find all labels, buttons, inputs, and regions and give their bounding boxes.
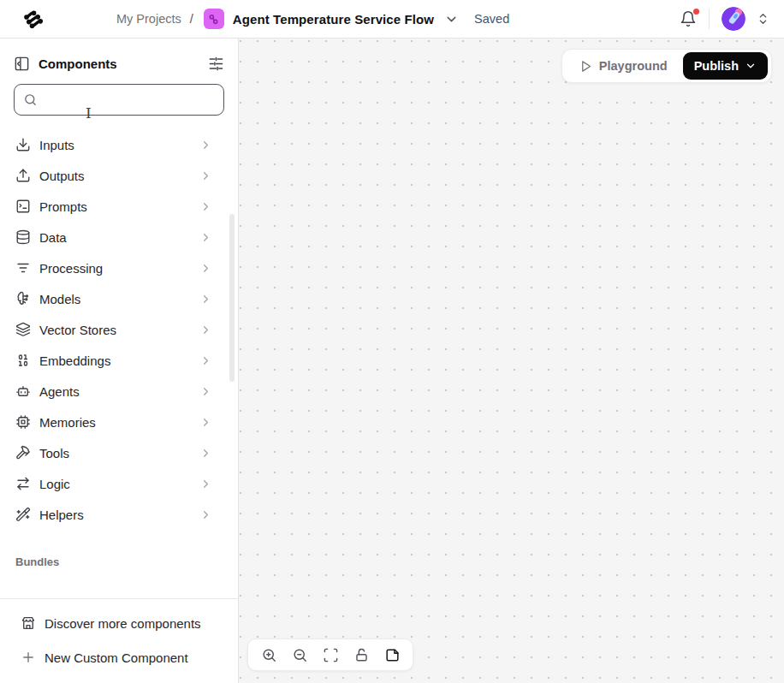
sliders-filter-icon[interactable] [208,56,224,72]
sidebar-item-logic[interactable]: Logic [0,468,238,499]
sidebar-item-data[interactable]: Data [0,222,238,252]
play-icon [579,60,592,73]
breadcrumb: My Projects / Agent Temperature Service … [116,9,509,29]
zoom-in-icon [261,647,277,663]
discover-more-components-label: Discover more components [45,616,201,631]
bot-icon [15,383,31,399]
breadcrumb-separator: / [190,12,193,26]
search-input[interactable] [45,93,215,107]
sidebar-item-embeddings[interactable]: Embeddings [0,345,238,376]
sidebar-item-outputs[interactable]: Outputs [0,160,238,191]
discover-more-components-button[interactable]: Discover more components [0,606,238,640]
chevron-right-icon [199,478,212,490]
sidebar-title: Components [39,56,199,71]
flow-icon [204,9,224,29]
sidebar-item-inputs[interactable]: Inputs [0,129,238,160]
sidebar-item-agents[interactable]: Agents [0,376,238,407]
fit-view-button[interactable] [317,642,344,668]
arrow-right-left-icon [15,476,31,491]
list-filter-icon [15,260,31,276]
brain-circuit-icon [15,291,31,306]
search-wrap [14,84,224,116]
zoom-out-icon [292,647,308,663]
publish-label: Publish [694,59,739,73]
lock-button[interactable] [347,642,375,668]
chevron-right-icon [199,293,212,306]
sidebar-item-models[interactable]: Models [0,283,238,314]
new-custom-component-button[interactable]: New Custom Component [0,640,238,674]
components-sidebar: Components [0,39,239,683]
sidebar-scrollbar[interactable] [229,214,235,382]
sidebar-item-helpers[interactable]: Helpers [0,499,238,530]
avatar[interactable] [722,7,745,31]
sidebar-item-processing[interactable]: Processing [0,252,238,283]
chevron-right-icon [199,200,212,213]
sidebar-item-label: Embeddings [39,353,199,368]
sidebar-item-label: Processing [39,261,199,276]
header-divider [709,9,710,29]
sidebar-item-label: Helpers [39,508,199,522]
flow-menu-chevron-icon[interactable] [444,12,459,27]
sidebar-item-memories[interactable]: Memories [0,407,238,437]
collapse-sidebar-icon[interactable] [14,56,30,72]
add-note-button[interactable] [378,642,406,668]
top-bar: My Projects / Agent Temperature Service … [0,0,784,39]
search-box[interactable] [14,84,224,116]
zoom-out-button[interactable] [286,642,313,668]
chevron-right-icon [199,354,212,367]
cpu-icon [15,414,31,430]
sidebar-item-label: Logic [39,477,199,491]
sidebar-footer: Discover more components New Custom Comp… [0,598,238,683]
playground-label: Playground [599,59,668,73]
save-status: Saved [474,12,509,26]
fit-view-icon [323,647,339,663]
chevron-right-icon [199,324,212,336]
chevron-right-icon [199,169,212,182]
flow-actions-card: Playground Publish [561,49,772,83]
sidebar-item-label: Prompts [39,199,199,214]
zoom-in-button[interactable] [255,642,282,668]
app-root: My Projects / Agent Temperature Service … [0,0,784,683]
chevron-right-icon [199,139,212,151]
sidebar-item-label: Memories [39,415,199,430]
sidebar-item-label: Tools [39,446,199,460]
sidebar-item-label: Agents [39,384,199,399]
notification-dot [693,9,699,15]
sidebar-item-prompts[interactable]: Prompts [0,191,238,222]
flow-canvas[interactable]: Playground Publish [239,39,784,683]
sidebar-item-label: Inputs [39,138,199,152]
sidebar-item-label: Outputs [39,169,199,183]
chevron-right-icon [199,416,212,429]
account-chevrons-icon[interactable] [757,12,769,26]
notifications-button[interactable] [680,10,697,27]
chevron-right-icon [199,447,212,460]
wand-sparkles-icon [15,507,31,522]
add-note-icon [384,647,401,663]
lock-open-icon [353,647,370,663]
sidebar-item-label: Models [39,292,199,306]
database-icon [15,229,31,245]
canvas-toolbar [247,638,413,671]
new-custom-component-label: New Custom Component [45,650,188,665]
sidebar-item-tools[interactable]: Tools [0,437,238,468]
chevron-right-icon [199,385,212,398]
chevron-right-icon [199,262,212,275]
components-list: Inputs Outputs Prompts [0,126,238,598]
upload-icon [15,168,31,183]
download-icon [15,137,31,152]
langflow-logo-icon[interactable] [21,6,46,32]
bundles-section-label: Bundles [0,530,238,568]
sidebar-header: Components [0,39,238,82]
flow-title: Agent Temperature Service Flow [233,12,434,27]
sidebar-item-label: Vector Stores [39,323,199,337]
sidebar-item-vector-stores[interactable]: Vector Stores [0,314,238,345]
sidebar-item-label: Data [39,230,199,245]
layers-icon [15,322,31,337]
chevron-down-icon [745,60,757,72]
playground-button[interactable]: Playground [571,54,676,78]
publish-button[interactable]: Publish [683,52,768,80]
binary-icon [15,353,31,368]
header-actions [680,7,769,31]
breadcrumb-my-projects[interactable]: My Projects [116,12,181,26]
terminal-square-icon [15,199,31,214]
